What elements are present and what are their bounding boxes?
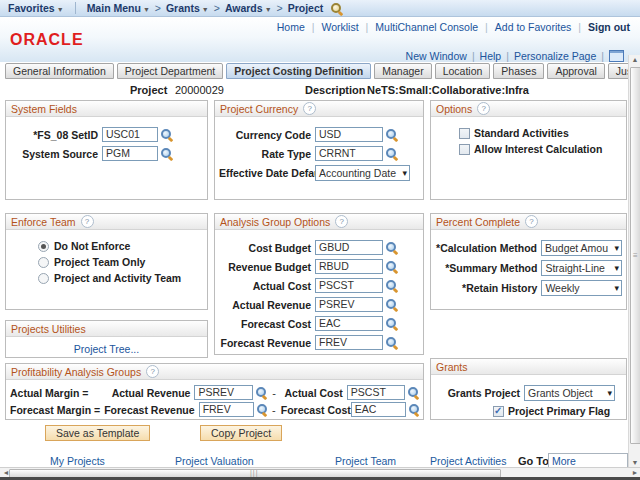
tab-project-department[interactable]: Project Department: [117, 63, 223, 79]
project-valuation-link[interactable]: Project Valuation: [175, 455, 254, 467]
grants-project-row: Grants Project Grants Object: [435, 385, 622, 401]
divider: |: [601, 50, 604, 62]
scroll-down-arrow[interactable]: ▼: [629, 459, 640, 466]
retain-history-select[interactable]: Weekly: [541, 280, 622, 296]
forecast-cost-row: Forecast Cost EAC: [219, 316, 419, 331]
breadcrumb-awards[interactable]: Awards▼: [225, 2, 272, 14]
cost-budget-lookup-icon[interactable]: [385, 241, 398, 254]
actual-revenue-formula-lookup-icon[interactable]: [255, 386, 267, 399]
help-icon[interactable]: [335, 215, 348, 228]
multichannel-console-link[interactable]: MultiChannel Console: [375, 21, 478, 33]
help-icon[interactable]: [477, 102, 490, 115]
help-icon[interactable]: [303, 102, 316, 115]
breadcrumb-search-icon[interactable]: [330, 2, 343, 15]
system-source-input[interactable]: PGM: [102, 146, 158, 161]
rate-type-field-row: Rate Type CRRNT: [219, 146, 419, 161]
project-activities-link[interactable]: Project Activities: [430, 455, 506, 467]
copy-project-button[interactable]: Copy Project: [200, 425, 282, 441]
grants-project-select[interactable]: Grants Object: [524, 385, 615, 401]
breadcrumb-project[interactable]: Project: [288, 2, 324, 14]
horizontal-scrollbar[interactable]: ◄ ||| ►: [0, 467, 640, 477]
percent-complete-groupbox: Percent Complete *Calculation Method Bud…: [430, 213, 627, 310]
rate-type-lookup-icon[interactable]: [385, 147, 398, 160]
currency-code-lookup-icon[interactable]: [385, 128, 398, 141]
allow-interest-checkbox[interactable]: [459, 144, 470, 155]
revenue-budget-lookup-icon[interactable]: [385, 260, 398, 273]
scroll-up-arrow[interactable]: ▲: [629, 56, 640, 63]
sign-out-link[interactable]: Sign out: [588, 21, 630, 33]
vertical-scrollbar-thumb[interactable]: ≡: [630, 67, 640, 444]
analysis-group-options-header: Analysis Group Options: [215, 214, 423, 230]
personalize-grid-icon[interactable]: [609, 50, 624, 62]
actual-revenue-lookup-icon[interactable]: [385, 298, 398, 311]
breadcrumb-separator: >: [155, 2, 161, 14]
actual-cost-formula-lookup-icon[interactable]: [407, 386, 419, 399]
forecast-cost-formula-input[interactable]: EAC: [351, 402, 406, 417]
grants-project-label: Grants Project: [435, 387, 520, 399]
profitability-groupbox: Profitability Analysis Groups Actual Mar…: [5, 363, 424, 420]
breadcrumb-grants[interactable]: Grants▼: [166, 2, 209, 14]
setid-input[interactable]: USC01: [102, 127, 158, 142]
project-team-only-radio[interactable]: [38, 257, 49, 268]
tab-manager[interactable]: Manager: [374, 63, 431, 79]
standard-activities-label: Standard Activities: [474, 127, 569, 139]
scroll-right-arrow[interactable]: ►: [630, 469, 640, 476]
help-icon[interactable]: [81, 215, 94, 228]
tab-general-information[interactable]: General Information: [5, 63, 114, 79]
tab-project-costing-definition[interactable]: Project Costing Definition: [226, 63, 371, 79]
actual-cost-lookup-icon[interactable]: [385, 279, 398, 292]
project-tree-link[interactable]: Project Tree...: [74, 343, 139, 355]
vertical-scrollbar[interactable]: ▲ ≡ ▼: [628, 55, 640, 467]
actual-revenue-formula-input[interactable]: PSREV: [194, 385, 252, 400]
tab-justification[interactable]: Justification: [608, 63, 628, 79]
system-source-lookup-icon[interactable]: [160, 147, 173, 160]
currency-code-input[interactable]: USD: [315, 127, 383, 142]
help-icon[interactable]: [146, 365, 159, 378]
forecast-revenue-lookup-icon[interactable]: [385, 336, 398, 349]
forecast-cost-lookup-icon[interactable]: [385, 317, 398, 330]
actual-cost-row: Actual Cost PSCST: [219, 278, 419, 293]
summary-method-select[interactable]: Straight-Line: [541, 260, 622, 276]
new-window-link[interactable]: New Window: [406, 50, 467, 62]
tab-location[interactable]: Location: [435, 63, 491, 79]
percent-complete-header: Percent Complete: [431, 214, 626, 230]
enforce-team-groupbox: Enforce Team Do Not Enforce Project Team…: [5, 213, 208, 310]
tab-approval[interactable]: Approval: [547, 63, 604, 79]
actual-revenue-formula-label: Actual Revenue: [102, 387, 190, 399]
help-icon[interactable]: [525, 215, 538, 228]
actual-cost-input[interactable]: PSCST: [315, 278, 383, 293]
utility-links: New Window| Help| Personalize Page|: [406, 50, 624, 62]
breadcrumb: Favorites▼ Main Menu▼ > Grants▼ > Awards…: [0, 0, 640, 17]
forecast-revenue-formula-lookup-icon[interactable]: [256, 403, 267, 416]
project-and-activity-team-radio[interactable]: [38, 273, 49, 284]
main-menu[interactable]: Main Menu▼: [87, 2, 150, 14]
add-to-favorites-link[interactable]: Add to Favorites: [495, 21, 571, 33]
home-link[interactable]: Home: [277, 21, 305, 33]
worklist-link[interactable]: Worklist: [321, 21, 358, 33]
do-not-enforce-radio[interactable]: [38, 241, 49, 252]
setid-lookup-icon[interactable]: [160, 128, 173, 141]
calculation-method-select[interactable]: Budget Amou: [541, 240, 622, 256]
revenue-budget-input[interactable]: RBUD: [315, 259, 383, 274]
help-link[interactable]: Help: [480, 50, 502, 62]
project-team-link[interactable]: Project Team: [335, 455, 396, 467]
save-as-template-button[interactable]: Save as Template: [45, 425, 150, 441]
rate-type-input[interactable]: CRRNT: [315, 146, 383, 161]
forecast-cost-input[interactable]: EAC: [315, 316, 383, 331]
forecast-cost-formula-lookup-icon[interactable]: [408, 403, 419, 416]
forecast-revenue-formula-input[interactable]: FREV: [199, 402, 254, 417]
breadcrumb-separator: >: [214, 2, 220, 14]
favorites-menu[interactable]: Favorites▼: [8, 2, 64, 14]
grants-header: Grants: [431, 359, 626, 375]
forecast-revenue-input[interactable]: FREV: [315, 335, 383, 350]
effective-date-default-select[interactable]: Accounting Date: [315, 165, 410, 181]
tab-phases[interactable]: Phases: [493, 63, 544, 79]
actual-cost-formula-input[interactable]: PSCST: [347, 385, 405, 400]
my-projects-link[interactable]: My Projects: [50, 455, 105, 467]
standard-activities-checkbox[interactable]: [459, 128, 470, 139]
personalize-page-link[interactable]: Personalize Page: [514, 50, 596, 62]
grants-title: Grants: [436, 361, 468, 373]
actual-revenue-input[interactable]: PSREV: [315, 297, 383, 312]
cost-budget-input[interactable]: GBUD: [315, 240, 383, 255]
project-primary-flag-checkbox[interactable]: [493, 406, 504, 417]
